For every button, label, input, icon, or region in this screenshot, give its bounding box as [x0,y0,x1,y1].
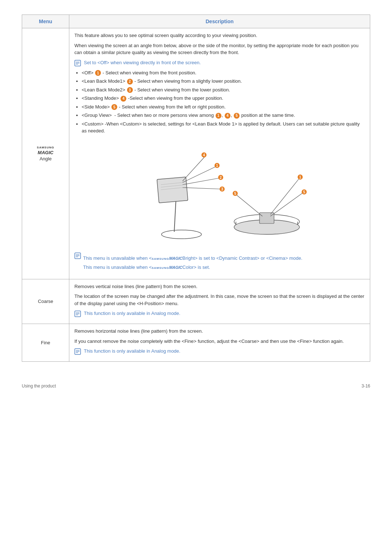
coarse-label: Coarse [38,299,53,304]
list-item: <Lean Back Mode2> 3 - Select when viewin… [82,86,365,94]
angle-p1: This feature allows you to see optimal s… [74,32,365,39]
note-icon-coarse [74,311,81,317]
list-item: <Side Mode> 5 - Select when viewing from… [82,103,365,111]
svg-line-19 [183,188,220,189]
table-row: Fine Removes horizontal noise lines (lin… [22,324,370,362]
fine-p1: Removes horizontal noise lines (line pat… [74,328,365,335]
svg-text:1: 1 [299,175,301,179]
svg-rect-6 [157,177,188,203]
angle-bullet-list: <Off> 1 - Select when viewing from the f… [82,69,365,135]
coarse-note-text: This function is only available in Analo… [84,310,180,317]
angle-note-1: This menu is unavailable when <SAMSUNGMA… [83,255,302,262]
svg-line-30 [270,193,303,216]
table-row: SAMSUNG MAGIC Angle This feature allows … [22,28,370,279]
list-item: <Standing Mode> 4 -Select when viewing f… [82,95,365,102]
circle-g4: 4 [225,113,230,119]
angle-notes-section: This menu is unavailable when <SAMSUNGMA… [74,252,365,273]
angle-inline-note-list: This menu is unavailable when <SAMSUNGMA… [83,255,302,273]
svg-line-16 [183,178,219,185]
circle-5: 5 [111,104,117,110]
svg-line-27 [270,178,299,214]
desc-cell-coarse: Removes vertical noise lines (line patte… [69,279,370,324]
svg-text:2: 2 [220,176,222,180]
angle-word: Angle [40,156,52,161]
monitor-stand-left: 4 1 2 [157,152,225,239]
fine-p2: If you cannot remove the noise completel… [74,338,365,345]
list-item: <Lean Back Mode1> 2 - Select when viewin… [82,78,365,85]
menu-cell-coarse: Coarse [22,279,69,324]
list-item: <Off> 1 - Select when viewing from the f… [82,69,365,77]
col-desc-header: Description [69,15,370,28]
circle-2: 2 [127,79,133,85]
fine-label: Fine [41,340,50,345]
svg-rect-26 [260,213,274,223]
note-icon-fine [74,348,81,355]
list-item: <Custom> -When <Custom> is selected, set… [82,120,365,135]
angle-note-2: This menu is unavailable when <SAMSUNGMA… [83,264,302,271]
svg-text:5: 5 [234,192,236,196]
circle-1: 1 [95,70,101,76]
svg-line-5 [174,198,176,232]
angle-diagram: 4 1 2 [74,142,365,245]
circle-4: 4 [121,96,126,102]
angle-note-set: Set to <Off> when viewing directly in fr… [74,59,365,66]
footer-right: 3-16 [362,383,370,389]
svg-point-4 [162,230,201,239]
svg-line-33 [236,194,262,216]
angle-note-set-text: Set to <Off> when viewing directly in fr… [84,59,201,66]
fine-note-text: This function is only available in Analo… [84,348,180,355]
table-row: Coarse Removes vertical noise lines (lin… [22,279,370,324]
menu-cell-fine: Fine [22,324,69,362]
monitor-right: 1 5 5 [233,175,307,234]
angle-diagram-svg: 4 1 2 [129,142,310,243]
svg-line-13 [183,167,216,182]
svg-text:4: 4 [203,153,205,157]
page-container: Menu Description SAMSUNG MAGIC Angle Thi… [22,15,370,389]
svg-text:5: 5 [303,190,305,194]
page-footer: Using the product 3-16 [22,383,370,389]
menu-cell-angle: SAMSUNG MAGIC Angle [22,28,69,279]
coarse-note: This function is only available in Analo… [74,310,365,317]
fine-note: This function is only available in Analo… [74,348,365,355]
coarse-p2: The location of the screen may be change… [74,293,365,307]
samsung-magic-angle-label: SAMSUNG MAGIC Angle [27,146,64,161]
list-item: <Group View> - Select when two or more p… [82,112,365,119]
main-table: Menu Description SAMSUNG MAGIC Angle Thi… [22,15,370,362]
col-menu-header: Menu [22,15,69,28]
samsung-brand: SAMSUNG [37,146,54,149]
note-icon-1 [74,60,81,66]
circle-g1: 1 [216,113,221,119]
angle-p2: When viewing the screen at an angle from… [74,42,365,56]
magic-word: MAGIC [38,150,53,155]
circle-3: 3 [127,87,133,93]
desc-cell-fine: Removes horizontal noise lines (line pat… [69,324,370,362]
note-icon-2 [74,253,81,259]
svg-text:1: 1 [216,164,218,168]
desc-cell-angle: This feature allows you to see optimal s… [69,28,370,279]
coarse-p1: Removes vertical noise lines (line patte… [74,283,365,290]
svg-text:3: 3 [221,187,223,191]
footer-left: Using the product [22,383,56,389]
circle-g5: 5 [234,113,240,119]
